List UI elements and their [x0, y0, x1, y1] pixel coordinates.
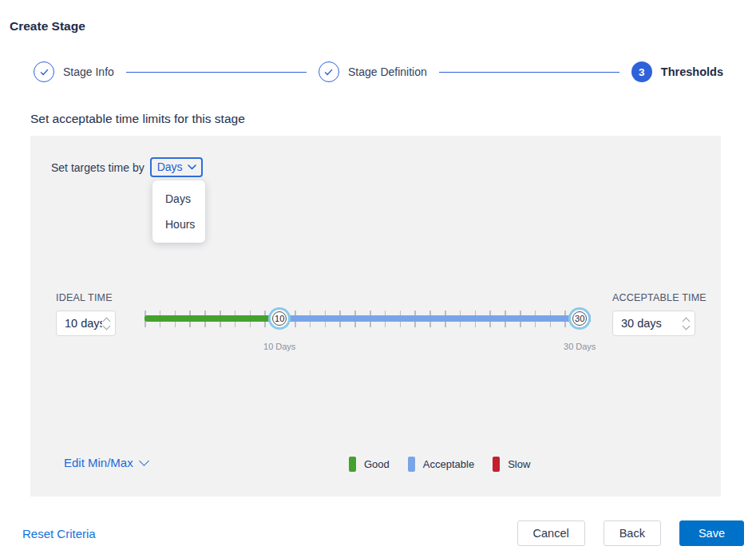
legend-label: Good: [364, 458, 390, 470]
ideal-slider-handle[interactable]: 10: [272, 311, 287, 326]
legend-item-acceptable: Acceptable: [408, 457, 474, 472]
step-label: Thresholds: [661, 65, 723, 78]
legend-item-slow: Slow: [493, 457, 530, 472]
step-number-badge: 3: [631, 61, 652, 82]
threshold-slider: 10 30 10 Days 30 Days: [144, 306, 595, 357]
step-label: Stage Definition: [348, 65, 427, 78]
legend-item-good: Good: [349, 457, 390, 472]
slider-good-segment: [144, 315, 279, 322]
thresholds-panel: Set targets time by Days DaysHours IDEAL…: [30, 136, 721, 497]
stepper-connector: [439, 72, 619, 73]
acceptable-time-input-box: [612, 311, 695, 336]
legend-label: Slow: [508, 458, 530, 470]
time-unit-dropdown[interactable]: Days: [150, 157, 203, 177]
step-label: Stage Info: [63, 65, 114, 78]
footer-buttons: Cancel Back Save: [517, 520, 744, 546]
back-button[interactable]: Back: [604, 520, 661, 546]
chevron-down-icon: [188, 164, 196, 170]
acceptable-handle-caption: 30 Days: [564, 342, 596, 351]
legend-swatch: [408, 457, 415, 472]
step-thresholds[interactable]: 3 Thresholds: [631, 61, 723, 82]
targets-label: Set targets time by: [51, 161, 144, 174]
legend-swatch: [349, 457, 356, 472]
chevron-down-icon: [139, 456, 149, 466]
acceptable-time-spinner: [683, 319, 689, 329]
acceptable-time-input[interactable]: [613, 311, 682, 335]
targets-row: Set targets time by Days: [51, 157, 203, 177]
edit-minmax-label: Edit Min/Max: [64, 456, 133, 469]
save-button[interactable]: Save: [679, 520, 744, 546]
step-stage-definition[interactable]: Stage Definition: [319, 61, 427, 82]
step-stage-info[interactable]: Stage Info: [34, 61, 114, 82]
stepper-connector: [126, 72, 307, 73]
ideal-handle-caption: 10 Days: [263, 342, 295, 351]
cancel-button[interactable]: Cancel: [517, 520, 585, 546]
time-unit-option-hours[interactable]: Hours: [152, 212, 205, 237]
time-unit-popup: DaysHours: [152, 180, 205, 243]
step-complete-icon: [319, 61, 339, 82]
reset-criteria-link[interactable]: Reset Criteria: [22, 527, 96, 540]
ideal-time-label: IDEAL TIME: [56, 292, 113, 303]
edit-minmax-link[interactable]: Edit Min/Max: [64, 456, 148, 469]
ideal-time-input-box: [56, 311, 116, 336]
ideal-time-input[interactable]: [57, 311, 102, 335]
acceptable-slider-handle[interactable]: 30: [572, 311, 587, 326]
page-title: Create Stage: [10, 19, 85, 34]
threshold-legend: GoodAcceptableSlow: [349, 457, 530, 472]
time-unit-option-days[interactable]: Days: [152, 186, 205, 212]
ideal-time-spinner: [104, 319, 109, 329]
time-unit-selected: Days: [157, 160, 183, 173]
slider-acceptable-segment: [279, 315, 591, 322]
section-heading: Set acceptable time limits for this stag…: [30, 112, 245, 126]
legend-swatch: [493, 457, 500, 472]
acceptable-time-label: ACCEPTABLE TIME: [612, 292, 707, 303]
stepper: Stage Info Stage Definition 3 Thresholds: [34, 61, 723, 83]
step-complete-icon: [34, 61, 54, 82]
legend-label: Acceptable: [423, 458, 474, 470]
